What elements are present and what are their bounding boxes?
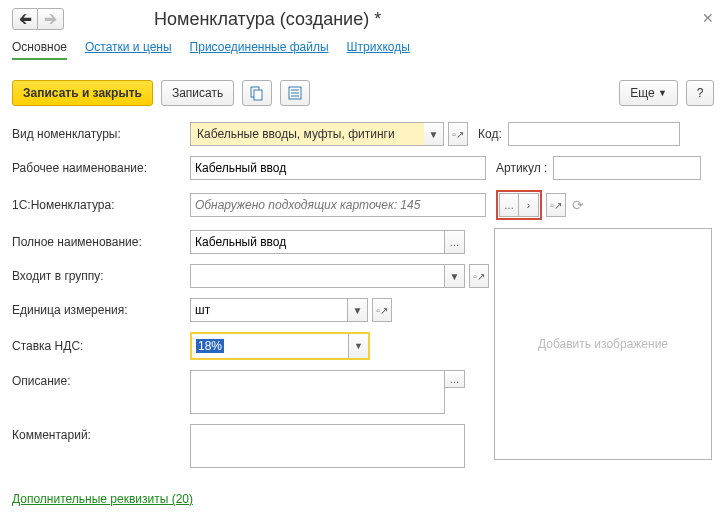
one-c-highlight: … › [496,190,542,220]
vat-field[interactable]: 18% ▼ [190,332,370,360]
full-name-pick-button[interactable]: … [445,230,465,254]
code-label: Код: [478,127,502,141]
nav-back-button[interactable]: 🡰 [12,8,38,30]
one-c-field[interactable] [190,193,486,217]
save-close-button[interactable]: Записать и закрыть [12,80,153,106]
image-drop-panel[interactable]: Добавить изображение [494,228,712,460]
comment-field[interactable] [190,424,465,468]
type-dropdown-button[interactable]: ▼ [424,122,444,146]
work-name-label: Рабочее наименование: [12,161,190,175]
comment-label: Комментарий: [12,424,190,442]
tab-main[interactable]: Основное [12,40,67,60]
copy-icon [249,85,265,101]
unit-field[interactable] [190,298,348,322]
vat-dropdown-button[interactable]: ▼ [348,334,368,358]
full-name-label: Полное наименование: [12,235,190,249]
unit-label: Единица измерения: [12,303,190,317]
one-c-label: 1С:Номенклатура: [12,198,190,212]
more-label: Еще [630,86,654,100]
chevron-down-icon: ▼ [658,88,667,98]
list-button[interactable] [280,80,310,106]
article-field[interactable] [553,156,701,180]
type-open-button[interactable]: ▫↗ [448,122,468,146]
group-label: Входит в группу: [12,269,190,283]
page-title: Номенклатура (создание) * [154,9,381,30]
close-icon[interactable]: ✕ [702,10,714,26]
type-label: Вид номенклатуры: [12,127,190,141]
svg-rect-1 [254,90,262,100]
tab-barcodes[interactable]: Штрихкоды [347,40,410,60]
group-open-button[interactable]: ▫↗ [469,264,489,288]
copy-button[interactable] [242,80,272,106]
group-dropdown-button[interactable]: ▼ [445,264,465,288]
full-name-field[interactable] [190,230,445,254]
unit-dropdown-button[interactable]: ▼ [348,298,368,322]
vat-label: Ставка НДС: [12,339,190,353]
tab-files[interactable]: Присоединенные файлы [190,40,329,60]
list-icon [288,86,302,100]
desc-label: Описание: [12,370,190,388]
unit-open-button[interactable]: ▫↗ [372,298,392,322]
tab-bar: Основное Остатки и цены Присоединенные ф… [12,40,714,60]
work-name-field[interactable] [190,156,486,180]
group-field[interactable] [190,264,445,288]
tab-balances[interactable]: Остатки и цены [85,40,172,60]
save-button[interactable]: Записать [161,80,234,106]
code-field[interactable] [508,122,680,146]
type-field[interactable]: Кабельные вводы, муфты, фитинги [190,122,424,146]
more-button[interactable]: Еще ▼ [619,80,678,106]
article-label: Артикул : [496,161,547,175]
one-c-pick-button[interactable]: … [499,193,519,217]
one-c-next-button[interactable]: › [519,193,539,217]
refresh-icon[interactable]: ⟳ [572,197,584,213]
nav-forward-button[interactable]: 🡲 [38,8,64,30]
desc-pick-button[interactable]: … [445,370,465,388]
one-c-open-button[interactable]: ▫↗ [546,193,566,217]
help-button[interactable]: ? [686,80,714,106]
vat-value: 18% [196,339,224,353]
image-hint: Добавить изображение [538,337,668,351]
desc-field[interactable] [190,370,445,414]
extra-props-link[interactable]: Дополнительные реквизиты (20) [12,492,193,506]
